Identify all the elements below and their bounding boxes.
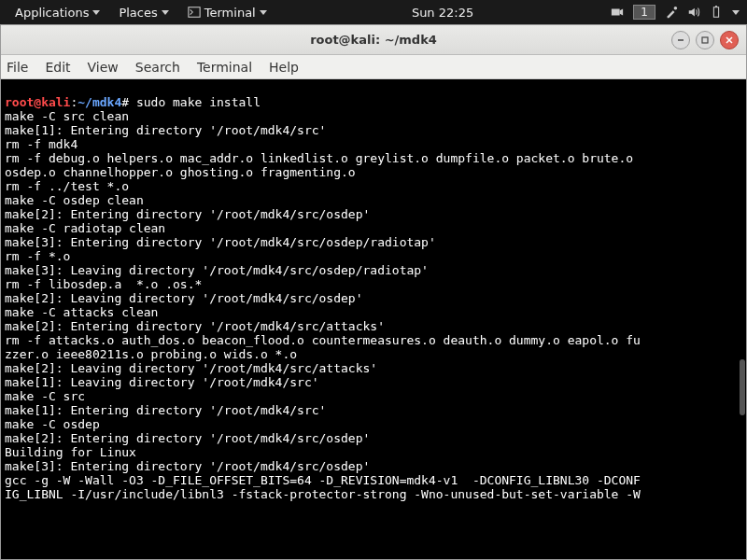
prompt-host: kali bbox=[41, 95, 70, 109]
applications-menu[interactable]: Applications bbox=[7, 6, 107, 20]
output-line: make[2]: Entering directory '/root/mdk4/… bbox=[5, 319, 385, 333]
command-text: sudo make install bbox=[129, 95, 261, 109]
menu-help[interactable]: Help bbox=[269, 60, 299, 75]
menu-view[interactable]: View bbox=[88, 60, 119, 75]
output-line: zzer.o ieee80211s.o probing.o wids.o *.o bbox=[5, 347, 297, 361]
menu-file[interactable]: File bbox=[7, 60, 28, 75]
output-line: rm -f attacks.o auth_dos.o beacon_flood.… bbox=[5, 333, 641, 347]
svg-point-2 bbox=[674, 7, 678, 10]
window-title: root@kali: ~/mdk4 bbox=[310, 33, 437, 47]
window-titlebar[interactable]: root@kali: ~/mdk4 bbox=[1, 25, 746, 55]
output-line: make[3]: Entering directory '/root/mdk4/… bbox=[5, 235, 436, 249]
chevron-down-icon bbox=[162, 10, 169, 15]
output-line: make[3]: Entering directory '/root/mdk4/… bbox=[5, 459, 370, 473]
menu-terminal[interactable]: Terminal bbox=[197, 60, 252, 75]
minimize-icon bbox=[676, 35, 685, 45]
output-line: osdep.o channelhopper.o ghosting.o fragm… bbox=[5, 165, 356, 179]
output-line: make[1]: Entering directory '/root/mdk4/… bbox=[5, 123, 326, 137]
output-line: rm -f debug.o helpers.o mac_addr.o linke… bbox=[5, 151, 641, 165]
output-line: rm -f ../test *.o bbox=[5, 179, 129, 193]
chevron-down-icon bbox=[260, 10, 267, 15]
svg-rect-4 bbox=[715, 6, 717, 7]
output-line: make[3]: Leaving directory '/root/mdk4/s… bbox=[5, 263, 429, 277]
clock[interactable]: Sun 22:25 bbox=[278, 6, 608, 20]
color-picker-icon[interactable] bbox=[665, 6, 678, 19]
output-line: rm -f libosdep.a *.o .os.* bbox=[5, 277, 202, 291]
maximize-icon bbox=[700, 35, 710, 45]
camera-icon[interactable] bbox=[611, 6, 624, 19]
workspace-indicator[interactable]: 1 bbox=[633, 5, 655, 20]
prompt-path: ~/mdk4 bbox=[78, 95, 121, 109]
output-line: make -C osdep bbox=[5, 417, 100, 431]
prompt-hash: # bbox=[121, 95, 129, 109]
status-area: 1 bbox=[611, 5, 740, 20]
output-line: make[2]: Leaving directory '/root/mdk4/s… bbox=[5, 291, 363, 305]
places-label: Places bbox=[119, 6, 157, 20]
output-line: Building for Linux bbox=[5, 445, 136, 459]
terminal-taskbar-item[interactable]: Terminal bbox=[180, 6, 275, 20]
gnome-topbar: Applications Places Terminal Sun 22:25 1 bbox=[0, 0, 747, 24]
output-line: make -C attacks clean bbox=[5, 305, 158, 319]
terminal-icon bbox=[188, 6, 201, 19]
places-menu[interactable]: Places bbox=[111, 6, 176, 20]
output-line: rm -f mdk4 bbox=[5, 137, 78, 151]
output-line: make[1]: Entering directory '/root/mdk4/… bbox=[5, 403, 326, 417]
minimize-button[interactable] bbox=[671, 31, 690, 49]
chevron-down-icon bbox=[92, 10, 100, 15]
output-line: gcc -g -W -Wall -O3 -D_FILE_OFFSET_BITS=… bbox=[5, 473, 641, 487]
output-line: make[2]: Entering directory '/root/mdk4/… bbox=[5, 431, 370, 445]
output-line: make -C src clean bbox=[5, 109, 129, 123]
clock-label: Sun 22:25 bbox=[412, 6, 473, 20]
output-line: make[2]: Leaving directory '/root/mdk4/s… bbox=[5, 361, 377, 375]
battery-icon[interactable] bbox=[710, 6, 723, 19]
menu-edit[interactable]: Edit bbox=[45, 60, 70, 75]
prompt-at: @ bbox=[34, 95, 41, 109]
prompt-user: root bbox=[5, 95, 34, 109]
output-line: make[1]: Leaving directory '/root/mdk4/s… bbox=[5, 375, 319, 389]
output-line: make -C radiotap clean bbox=[5, 221, 165, 235]
output-line: IG_LIBNL -I/usr/include/libnl3 -fstack-p… bbox=[5, 487, 641, 501]
svg-rect-1 bbox=[612, 9, 620, 16]
terminal-viewport[interactable]: root@kali:~/mdk4# sudo make install make… bbox=[1, 79, 746, 559]
applications-label: Applications bbox=[15, 6, 89, 20]
output-line: make[2]: Entering directory '/root/mdk4/… bbox=[5, 207, 370, 221]
terminal-window: root@kali: ~/mdk4 File Edit View Search … bbox=[0, 24, 747, 560]
svg-rect-0 bbox=[189, 7, 200, 18]
maximize-button[interactable] bbox=[696, 31, 714, 49]
output-line: make -C src bbox=[5, 389, 85, 403]
scrollbar-thumb[interactable] bbox=[740, 359, 745, 415]
terminal-menubar: File Edit View Search Terminal Help bbox=[1, 55, 746, 79]
volume-icon[interactable] bbox=[687, 6, 700, 19]
svg-rect-6 bbox=[702, 37, 708, 43]
menu-search[interactable]: Search bbox=[135, 60, 180, 75]
output-line: make -C osdep clean bbox=[5, 193, 144, 207]
close-icon bbox=[725, 35, 734, 45]
chevron-down-icon[interactable] bbox=[732, 10, 740, 15]
output-line: rm -f *.o bbox=[5, 249, 70, 263]
svg-rect-3 bbox=[713, 7, 718, 18]
terminal-taskbar-label: Terminal bbox=[204, 6, 256, 20]
close-button[interactable] bbox=[720, 31, 739, 49]
